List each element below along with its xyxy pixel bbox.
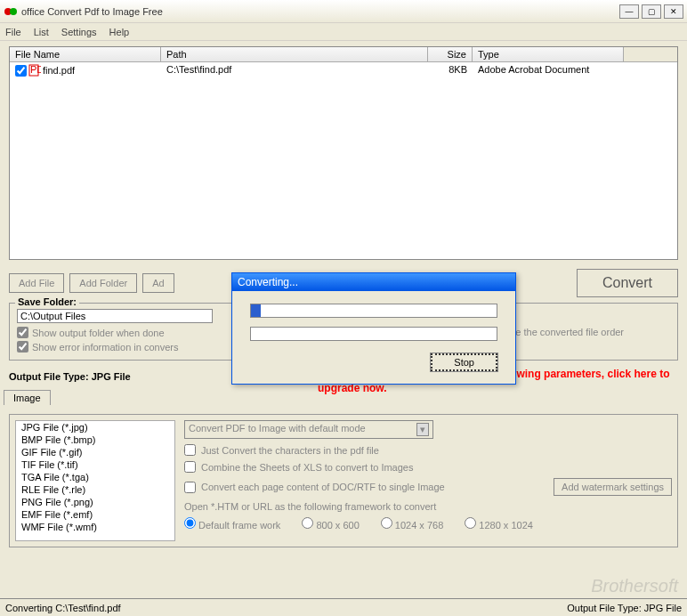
table-header: File Name Path Size Type [10,47,677,62]
col-path[interactable]: Path [161,47,428,61]
convert-mode-select[interactable]: Convert PDF to Image with default mode ▾ [184,420,433,439]
maximize-button[interactable]: ▢ [642,4,661,19]
menu-settings[interactable]: Settings [61,27,97,37]
list-item[interactable]: BMP File (*.bmp) [16,434,174,446]
table-row[interactable]: PDF find.pdf C:\Test\find.pdf 8KB Adobe … [10,62,677,78]
output-type-label: Output File Type: JPG File [9,371,175,382]
titlebar: office Convert Pdf to Image Free — ▢ ✕ [0,0,687,23]
show-output-checkbox[interactable] [17,327,28,338]
brothersoft-watermark: Brothersoft [591,576,678,596]
opt-chars-checkbox[interactable] [184,444,196,456]
window-title: office Convert Pdf to Image Free [21,6,619,17]
converting-dialog: Converting... Stop [231,272,516,385]
show-output-label: Show output folder when done [32,328,165,338]
col-type[interactable]: Type [473,47,624,61]
row-path: C:\Test\find.pdf [161,63,428,77]
radio-800[interactable]: 800 x 600 [302,517,359,531]
pdf-icon: PDF [28,64,41,77]
htm-note: Open *.HTM or URL as the following frame… [184,501,672,512]
menu-help[interactable]: Help [109,27,130,37]
add-url-button[interactable]: Ad [142,273,174,293]
tab-header: Image [4,390,673,405]
svg-point-1 [10,8,17,15]
add-file-button[interactable]: Add File [9,273,64,293]
radio-1280[interactable]: 1280 x 1024 [465,517,533,531]
opt-docrtf-checkbox[interactable] [184,482,196,493]
minimize-button[interactable]: — [619,4,639,19]
col-size[interactable]: Size [428,47,473,61]
show-error-label: Show error information in convers [32,342,178,353]
watermark-button[interactable]: Add watermark settings [554,478,672,496]
add-folder-button[interactable]: Add Folder [69,273,137,293]
window-controls: — ▢ ✕ [619,4,683,19]
tab-image[interactable]: Image [4,390,51,405]
convert-mode-value: Convert PDF to Image with default mode [189,423,366,436]
app-icon [4,4,18,19]
row-size: 8KB [428,63,473,77]
menubar: File List Settings Help [0,23,687,41]
list-item[interactable]: WMF File (*.wmf) [16,521,174,533]
progress-bar-2 [250,327,497,341]
convert-button[interactable]: Convert [577,269,678,297]
list-item[interactable]: GIF File (*.gif) [16,446,174,458]
svg-text:PDF: PDF [30,64,41,75]
menu-file[interactable]: File [5,27,21,37]
status-right: Output File Type: JPG File [567,603,682,613]
menu-list[interactable]: List [34,27,49,37]
dialog-title: Converting... [232,273,515,291]
row-type: Adobe Acrobat Document [473,63,624,77]
show-error-checkbox[interactable] [17,341,28,353]
list-item[interactable]: TGA File (*.tga) [16,471,174,483]
stop-button[interactable]: Stop [431,353,497,371]
save-folder-input[interactable] [17,309,213,323]
list-item[interactable]: TIF File (*.tif) [16,458,174,471]
progress-bar-1 [250,304,497,318]
status-left: Converting C:\Test\find.pdf [5,603,121,613]
opt-xls-checkbox[interactable] [184,461,196,473]
opt-docrtf-label: Convert each page content of DOC/RTF to … [201,482,445,492]
radio-1024[interactable]: 1024 x 768 [381,517,444,531]
output-options-panel: JPG File (*.jpg) BMP File (*.bmp) GIF Fi… [9,414,678,547]
close-button[interactable]: ✕ [664,4,683,19]
list-item[interactable]: EMF File (*.emf) [16,508,174,521]
row-checkbox[interactable] [15,65,27,77]
opt-xls-label: Combine the Sheets of XLS to convert to … [201,462,413,473]
list-item[interactable]: PNG File (*.png) [16,496,174,508]
file-table: File Name Path Size Type PDF find.pdf C:… [9,46,678,260]
row-filename: find.pdf [43,65,75,76]
statusbar: Converting C:\Test\find.pdf Output File … [0,598,687,616]
format-list[interactable]: JPG File (*.jpg) BMP File (*.bmp) GIF Fi… [15,420,175,541]
chevron-down-icon: ▾ [416,423,429,436]
list-item[interactable]: RLE File (*.rle) [16,483,174,496]
radio-default[interactable]: Default frame work [184,517,280,531]
opt-chars-label: Just Convert the characters in the pdf f… [201,445,379,456]
list-item[interactable]: JPG File (*.jpg) [16,421,174,434]
save-folder-label: Save Folder: [15,296,79,307]
col-filename[interactable]: File Name [10,47,161,61]
